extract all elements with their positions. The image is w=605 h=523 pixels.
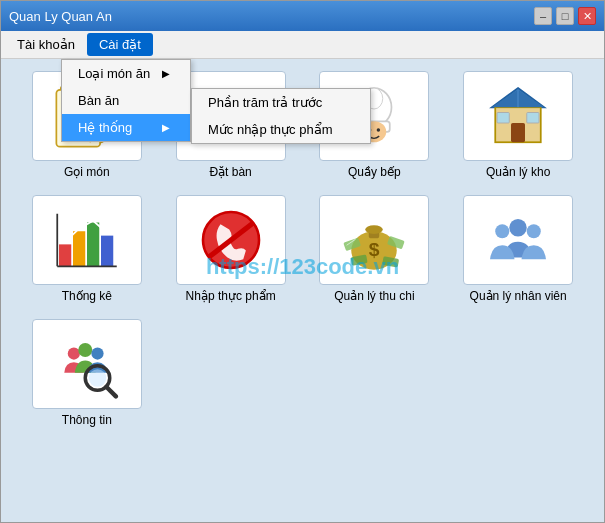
icon-box-nhap-thuc-pham	[176, 195, 286, 285]
icon-box-thong-tin	[32, 319, 142, 409]
svg-point-46	[495, 224, 509, 238]
window-controls: – □ ✕	[534, 7, 596, 25]
icon-quan-ly-kho[interactable]: Quản lý kho	[448, 71, 588, 179]
menu-cai-dat[interactable]: Cài đặt	[87, 33, 153, 56]
submenu-muc-nhap[interactable]: Mức nhập thực phẩm	[192, 116, 370, 143]
svg-text:$: $	[369, 239, 380, 260]
svg-line-53	[106, 387, 116, 397]
arrow-icon: ▶	[162, 68, 170, 79]
icon-box-quan-ly-kho	[463, 71, 573, 161]
dropdown-he-thong[interactable]: Hệ thống ▶	[62, 114, 190, 141]
label-quan-ly-thu-chi: Quản lý thu chi	[334, 289, 414, 303]
label-dat-ban: Đặt bàn	[209, 165, 251, 179]
svg-point-45	[509, 219, 527, 237]
icon-thong-ke[interactable]: Thống kê	[17, 195, 157, 303]
dropdown-ban-an[interactable]: Bàn ăn	[62, 87, 190, 114]
svg-rect-29	[101, 236, 113, 267]
icon-nhap-thuc-pham[interactable]: Nhập thực phẩm	[161, 195, 301, 303]
cai-dat-dropdown: Loại món ăn ▶ Bàn ăn Hệ thống ▶	[61, 59, 191, 142]
close-button[interactable]: ✕	[578, 7, 596, 25]
svg-point-47	[527, 224, 541, 238]
title-bar: Quan Ly Quan An – □ ✕	[1, 1, 604, 31]
menu-tai-khoan[interactable]: Tài khoản	[5, 33, 87, 56]
icon-thong-tin[interactable]: Thông tin	[17, 319, 157, 427]
arrow-icon-he-thong: ▶	[162, 122, 170, 133]
svg-point-18	[377, 128, 381, 132]
svg-rect-28	[87, 223, 99, 267]
icon-box-quan-ly-nhan-vien	[463, 195, 573, 285]
label-nhap-thuc-pham: Nhập thực phẩm	[186, 289, 276, 303]
window-title: Quan Ly Quan An	[9, 9, 112, 24]
svg-point-38	[366, 225, 384, 234]
svg-point-52	[89, 369, 107, 387]
label-quay-bep: Quầy bếp	[348, 165, 401, 179]
label-thong-tin: Thông tin	[62, 413, 112, 427]
minimize-button[interactable]: –	[534, 7, 552, 25]
label-thong-ke: Thống kê	[62, 289, 112, 303]
label-goi-mon: Gọi món	[64, 165, 110, 179]
he-thong-submenu: Phần trăm trả trước Mức nhập thực phẩm	[191, 88, 371, 144]
icon-quan-ly-thu-chi[interactable]: $ Quản lý thu chi	[305, 195, 445, 303]
label-quan-ly-kho: Quản lý kho	[486, 165, 550, 179]
menu-bar: Tài khoản Cài đặt Loại món ăn ▶ Bàn ăn H…	[1, 31, 604, 59]
svg-rect-27	[73, 231, 85, 266]
maximize-button[interactable]: □	[556, 7, 574, 25]
submenu-phan-tram[interactable]: Phần trăm trả trước	[192, 89, 370, 116]
label-quan-ly-nhan-vien: Quản lý nhân viên	[470, 289, 567, 303]
svg-rect-23	[511, 123, 525, 142]
svg-point-48	[68, 347, 80, 359]
svg-point-49	[78, 343, 92, 357]
svg-point-50	[91, 347, 103, 359]
icon-quan-ly-nhan-vien[interactable]: Quản lý nhân viên	[448, 195, 588, 303]
icon-box-quan-ly-thu-chi: $	[319, 195, 429, 285]
icon-box-thong-ke	[32, 195, 142, 285]
main-window: Quan Ly Quan An – □ ✕ Tài khoản Cài đặt …	[0, 0, 605, 523]
svg-rect-25	[527, 113, 539, 124]
svg-rect-24	[497, 113, 509, 124]
dropdown-loai-mon-an[interactable]: Loại món ăn ▶	[62, 60, 190, 87]
svg-rect-26	[59, 244, 71, 266]
